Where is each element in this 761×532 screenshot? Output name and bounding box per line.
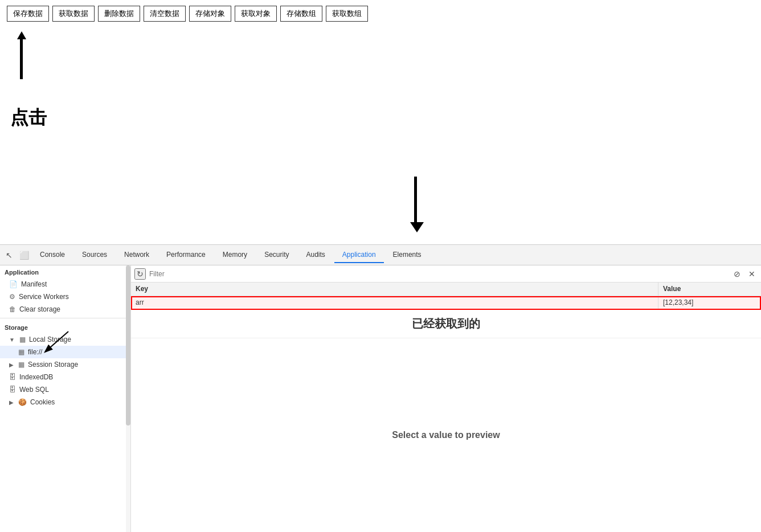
sidebar-item-clear-storage-label: Clear storage: [19, 305, 60, 313]
tab-security[interactable]: Security: [256, 247, 297, 263]
storage-section-title: Storage: [0, 321, 130, 333]
get-data-button[interactable]: 获取数据: [52, 6, 95, 22]
tab-performance[interactable]: Performance: [158, 247, 214, 263]
tab-memory[interactable]: Memory: [215, 247, 255, 263]
local-storage-expand-arrow: ▼: [9, 337, 15, 343]
store-object-button[interactable]: 存储对象: [189, 6, 231, 22]
tab-console[interactable]: Console: [32, 247, 73, 263]
row-key: arr: [131, 296, 658, 309]
get-object-button[interactable]: 获取对象: [235, 6, 277, 22]
indexeddb-icon: 🗄: [9, 373, 16, 381]
tab-sources[interactable]: Sources: [74, 247, 115, 263]
tab-elements[interactable]: Elements: [385, 247, 429, 263]
sidebar-item-cookies[interactable]: ▶ 🍪 Cookies: [0, 396, 130, 408]
already-fetched-text: 已经获取到的: [131, 310, 761, 338]
get-array-button[interactable]: 获取数组: [326, 6, 368, 22]
sidebar-item-service-workers-label: Service Workers: [19, 293, 69, 301]
sidebar-item-file-label: file://: [28, 348, 42, 356]
devtools-body: Application 📄 Manifest ⚙ Service Workers…: [0, 265, 761, 532]
sidebar-item-service-workers[interactable]: ⚙ Service Workers: [0, 290, 130, 303]
tab-audits[interactable]: Audits: [298, 247, 333, 263]
sidebar-item-local-storage-label: Local Storage: [29, 335, 71, 343]
sidebar: Application 📄 Manifest ⚙ Service Workers…: [0, 265, 131, 532]
devtools-tab-bar: ↖ ⬜ Console Sources Network Performance …: [0, 245, 761, 265]
devtools-panel: ↖ ⬜ Console Sources Network Performance …: [0, 245, 761, 532]
refresh-button[interactable]: ↻: [134, 268, 146, 280]
sidebar-scrollbar[interactable]: [126, 265, 130, 532]
filter-clear-button[interactable]: ⊘: [731, 268, 743, 280]
sidebar-item-session-storage-label: Session Storage: [28, 361, 78, 369]
table-header-value: Value: [658, 283, 761, 296]
sidebar-item-clear-storage[interactable]: 🗑 Clear storage: [0, 303, 130, 316]
sidebar-item-websql[interactable]: 🗄 Web SQL: [0, 383, 130, 396]
tab-network[interactable]: Network: [116, 247, 157, 263]
websql-icon: 🗄: [9, 386, 16, 394]
sidebar-item-websql-label: Web SQL: [19, 386, 49, 394]
local-storage-icon: ▦: [19, 335, 26, 343]
manifest-icon: 📄: [9, 280, 18, 288]
session-storage-expand-arrow: ▶: [9, 362, 14, 368]
clear-storage-icon: 🗑: [9, 305, 16, 313]
sidebar-item-file[interactable]: ▦ file://: [0, 346, 130, 358]
clear-data-button[interactable]: 清空数据: [144, 6, 186, 22]
webpage-area: 保存数据 获取数据 删除数据 清空数据 存储对象 获取对象 存储数组 获取数组 …: [0, 0, 761, 245]
tab-application[interactable]: Application: [334, 247, 384, 263]
inspect-element-icon[interactable]: ↖: [2, 248, 16, 262]
sidebar-item-session-storage[interactable]: ▶ ▦ Session Storage: [0, 358, 130, 371]
application-section-title: Application: [0, 265, 130, 278]
store-array-button[interactable]: 存储数组: [280, 6, 322, 22]
save-data-button[interactable]: 保存数据: [7, 6, 49, 22]
table-row[interactable]: arr [12,23,34]: [131, 296, 761, 310]
sidebar-item-indexeddb[interactable]: 🗄 IndexedDB: [0, 371, 130, 383]
service-workers-icon: ⚙: [9, 293, 15, 301]
preview-text: Select a value to preview: [392, 430, 500, 440]
session-storage-icon: ▦: [18, 361, 24, 369]
filter-bar: ↻ ⊘ ✕: [131, 265, 761, 283]
filter-close-button[interactable]: ✕: [746, 268, 758, 280]
sidebar-item-cookies-label: Cookies: [30, 398, 55, 406]
sidebar-item-manifest[interactable]: 📄 Manifest: [0, 278, 130, 290]
device-mode-icon[interactable]: ⬜: [17, 248, 31, 262]
table-header: Key Value: [131, 283, 761, 296]
table-header-key: Key: [131, 283, 658, 296]
sidebar-item-local-storage[interactable]: ▼ ▦ Local Storage: [0, 333, 130, 346]
sidebar-scroll-thumb: [126, 265, 130, 425]
preview-area: Select a value to preview: [131, 338, 761, 532]
row-value: [12,23,34]: [658, 296, 761, 309]
cookies-icon: 🍪: [18, 398, 27, 406]
sidebar-divider: [0, 318, 130, 318]
storage-table: Key Value arr [12,23,34] 已经获取到的 Select a…: [131, 283, 761, 532]
file-storage-icon: ▦: [18, 348, 24, 356]
sidebar-item-indexeddb-label: IndexedDB: [19, 373, 53, 381]
toolbar-buttons: 保存数据 获取数据 删除数据 清空数据 存储对象 获取对象 存储数组 获取数组: [0, 0, 761, 27]
delete-data-button[interactable]: 删除数据: [98, 6, 140, 22]
cookies-expand-arrow: ▶: [9, 399, 14, 406]
filter-input[interactable]: [149, 270, 728, 278]
click-label: 点击: [10, 105, 47, 130]
sidebar-item-manifest-label: Manifest: [21, 280, 47, 288]
main-content: ↻ ⊘ ✕ Key Value arr [12,23,34] 已经获取到的: [131, 265, 761, 532]
